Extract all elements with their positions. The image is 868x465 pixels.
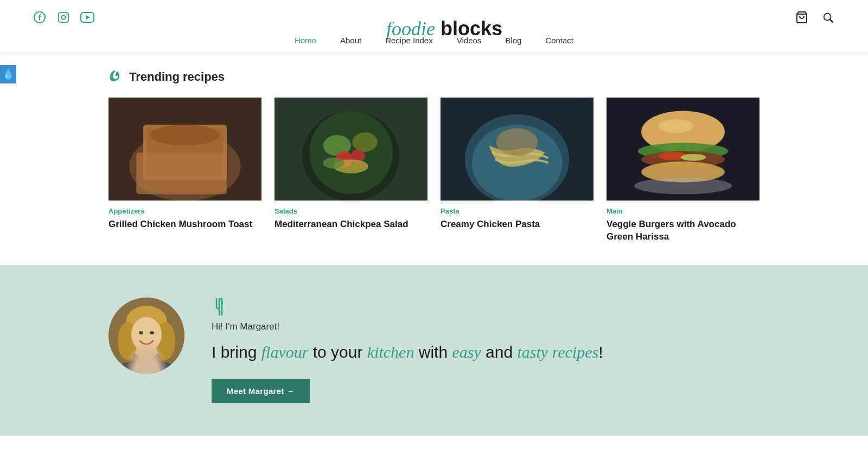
recipe-title-3: Creamy Chicken Pasta — [441, 218, 593, 231]
tagline-text-4: and — [481, 343, 518, 361]
svg-marker-5 — [86, 15, 90, 20]
svg-point-34 — [681, 154, 706, 161]
recipe-category-1: Appetizers — [108, 207, 261, 215]
utensil-icon — [212, 298, 760, 316]
search-icon[interactable] — [820, 10, 835, 25]
about-section: Hi! I'm Margaret! I bring flavour to you… — [0, 265, 868, 436]
recipe-card-1[interactable]: Appetizers Grilled Chicken Mushroom Toas… — [108, 98, 261, 243]
trending-header: Trending recipes — [108, 69, 760, 85]
svg-line-8 — [830, 20, 833, 22]
cart-icon[interactable] — [794, 10, 809, 25]
social-icons — [33, 10, 94, 24]
svg-point-23 — [323, 157, 344, 169]
tagline-kitchen: kitchen — [367, 343, 414, 361]
tagline-tasty: tasty recipes — [517, 343, 598, 361]
fire-icon — [108, 69, 123, 85]
recipe-image-3 — [441, 98, 593, 201]
svg-point-19 — [353, 132, 378, 152]
nav-about[interactable]: About — [340, 36, 361, 45]
svg-point-45 — [117, 359, 176, 373]
tagline-easy: easy — [452, 343, 481, 361]
tagline-end: ! — [598, 343, 603, 361]
nav-contact[interactable]: Contact — [545, 36, 573, 45]
logo-blocks: blocks — [435, 17, 502, 40]
tagline-text-1: I bring — [212, 343, 261, 361]
svg-point-17 — [309, 111, 393, 195]
trending-title: Trending recipes — [129, 70, 225, 84]
nav-blog[interactable]: Blog — [505, 36, 521, 45]
avatar — [108, 298, 184, 373]
avatar-container — [108, 298, 184, 373]
site-logo[interactable]: foodie blocks — [386, 17, 502, 40]
svg-point-43 — [139, 331, 143, 334]
recipe-card-2[interactable]: Salads Mediterranean Chickpea Salad — [275, 98, 427, 243]
recipe-image-2 — [275, 98, 427, 201]
svg-point-27 — [496, 128, 538, 156]
svg-point-2 — [61, 15, 65, 19]
recipe-card-4[interactable]: Main Veggie Burgers with Avocado Green H… — [607, 98, 760, 243]
recipe-image-4 — [607, 98, 760, 201]
facebook-icon[interactable] — [33, 10, 47, 24]
recipe-title-2: Mediterranean Chickpea Salad — [275, 218, 427, 231]
svg-point-3 — [66, 14, 67, 15]
badge-icon: 💧 — [2, 68, 14, 80]
svg-rect-1 — [59, 12, 68, 22]
recipe-title-4: Veggie Burgers with Avocado Green Hariss… — [607, 218, 760, 243]
svg-rect-46 — [140, 356, 153, 370]
tagline-flavour: flavour — [261, 343, 309, 361]
tagline-text-3: with — [414, 343, 452, 361]
main-content: Trending recipes Appetizers Grilled Chic… — [0, 53, 868, 265]
svg-point-30 — [659, 119, 693, 133]
youtube-icon[interactable] — [80, 10, 94, 24]
svg-point-44 — [150, 331, 154, 334]
recipe-grid: Appetizers Grilled Chicken Mushroom Toas… — [108, 98, 760, 243]
left-badge[interactable]: 💧 — [0, 65, 16, 83]
about-tagline: I bring flavour to your kitchen with eas… — [212, 341, 760, 364]
nav-home[interactable]: Home — [295, 36, 316, 45]
meet-margaret-button[interactable]: Meet Margaret → — [212, 379, 310, 403]
logo-foodie: foodie — [386, 18, 435, 40]
recipe-card-3[interactable]: Pasta Creamy Chicken Pasta — [441, 98, 593, 243]
header-actions — [794, 10, 835, 25]
recipe-title-1: Grilled Chicken Mushroom Toast — [108, 218, 261, 231]
instagram-icon[interactable] — [56, 10, 71, 24]
tagline-text-2: to your — [308, 343, 367, 361]
recipe-category-2: Salads — [275, 207, 427, 215]
about-text: Hi! I'm Margaret! I bring flavour to you… — [212, 298, 760, 403]
svg-point-13 — [150, 125, 220, 145]
recipe-image-1 — [108, 98, 261, 201]
recipe-category-4: Main — [607, 207, 760, 215]
svg-rect-14 — [136, 152, 227, 194]
svg-point-36 — [634, 178, 731, 195]
svg-point-42 — [131, 317, 162, 352]
site-header: foodie blocks — [0, 0, 868, 30]
recipe-category-3: Pasta — [441, 207, 593, 215]
about-greeting: Hi! I'm Margaret! — [212, 321, 760, 332]
